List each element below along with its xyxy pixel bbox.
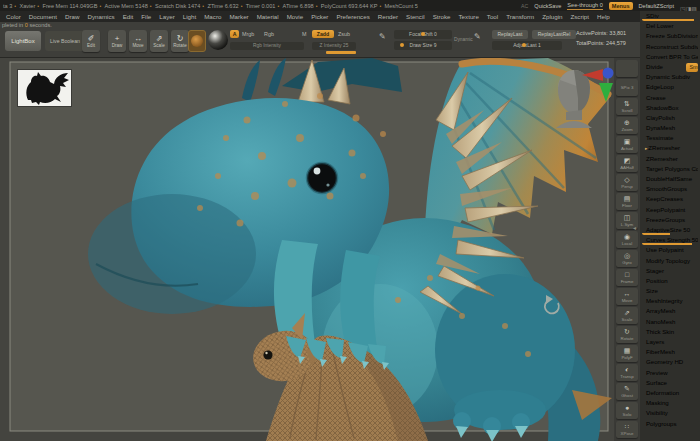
live-boolean-button[interactable]: Live Boolean bbox=[45, 31, 85, 51]
shelf-button[interactable]: ▦ PolyF bbox=[616, 345, 638, 362]
shelf-button[interactable]: ▣ Actual bbox=[616, 136, 638, 153]
reference-silhouette-thumbnail[interactable] bbox=[18, 70, 71, 106]
panel-row[interactable]: Geometry HD bbox=[642, 358, 698, 367]
m-button[interactable]: M bbox=[302, 30, 307, 38]
shelf-button[interactable]: ∷ XPose bbox=[616, 421, 638, 438]
rgb-button[interactable]: Rgb bbox=[264, 30, 274, 38]
panel-row[interactable]: Del Lower bbox=[642, 22, 698, 31]
z-intensity-slider[interactable]: Z Intensity 25 bbox=[312, 42, 356, 50]
a-toggle[interactable]: A bbox=[230, 30, 239, 38]
current-brush-thumbnail[interactable] bbox=[188, 30, 206, 52]
menu-item[interactable]: Light bbox=[179, 13, 200, 20]
panel-row[interactable]: Surface bbox=[642, 379, 698, 388]
panel-row[interactable]: Tessimate bbox=[642, 134, 698, 143]
panel-row[interactable]: Layers bbox=[642, 338, 698, 347]
shelf-button[interactable]: ⊕ Zoom bbox=[616, 117, 638, 134]
zsub-button[interactable]: Zsub bbox=[338, 30, 350, 38]
default-zscript-button[interactable]: DefaultZScript bbox=[639, 3, 674, 9]
current-material-sphere[interactable] bbox=[208, 30, 228, 50]
shelf-button[interactable]: ⇗ Scale bbox=[616, 307, 638, 324]
mode-button[interactable]: ⇗ Scale bbox=[150, 30, 168, 52]
panel-row[interactable]: Divide Smt bbox=[642, 63, 698, 72]
menu-item[interactable]: Movie bbox=[283, 13, 308, 20]
menu-item[interactable]: Marker bbox=[225, 13, 252, 20]
adjust-last-slider[interactable]: AdjustLast 1 bbox=[492, 41, 562, 50]
panel-row[interactable]: ▸ZRemesher bbox=[642, 144, 698, 153]
menu-item[interactable]: Dynamics bbox=[83, 13, 118, 20]
panel-row[interactable]: DynaMesh bbox=[642, 124, 698, 133]
panel-row[interactable]: Visibility bbox=[642, 409, 698, 418]
menu-item[interactable]: Edit bbox=[119, 13, 138, 20]
mode-button[interactable]: ↔ Move bbox=[129, 30, 147, 52]
shelf-button[interactable]: ◐ Transp bbox=[616, 364, 638, 381]
shelf-button[interactable]: SPix 3 bbox=[616, 79, 638, 96]
menu-item[interactable]: Render bbox=[374, 13, 402, 20]
panel-row[interactable]: Stager bbox=[642, 267, 698, 276]
draw-size-slider[interactable]: Draw Size 9 bbox=[394, 41, 452, 50]
panel-row[interactable]: Size bbox=[642, 287, 698, 296]
panel-row[interactable]: MeshIntegrity bbox=[642, 297, 698, 306]
shelf-button[interactable]: ↔ Move bbox=[616, 288, 638, 305]
shelf-button[interactable]: ▤ Floor bbox=[616, 193, 638, 210]
shelf-button[interactable]: ↻ Rotate bbox=[616, 326, 638, 343]
panel-row[interactable]: Convert BPR To Geo bbox=[642, 53, 698, 62]
panel-row[interactable]: Target Polygons Count bbox=[642, 165, 698, 174]
panel-row[interactable]: NanoMesh bbox=[642, 318, 698, 327]
panel-row[interactable]: Crease bbox=[642, 94, 698, 103]
panel-row[interactable]: ArrayMesh bbox=[642, 307, 698, 316]
panel-row[interactable]: Dynamic Subdiv bbox=[642, 73, 698, 82]
panel-row[interactable]: Modify Topology bbox=[642, 257, 698, 266]
panel-row[interactable]: SmoothGroups bbox=[642, 185, 698, 194]
shelf-button[interactable]: ● Solo bbox=[616, 402, 638, 419]
panel-row[interactable]: AdaptiveSize 50 bbox=[642, 226, 698, 235]
panel-row[interactable]: ZRemesher bbox=[642, 155, 698, 164]
menu-item[interactable]: Layer bbox=[155, 13, 178, 20]
panel-row[interactable]: Masking bbox=[642, 399, 698, 408]
menu-item[interactable]: Transform bbox=[502, 13, 538, 20]
shelf-button[interactable] bbox=[616, 60, 638, 77]
menu-item[interactable]: Macro bbox=[200, 13, 225, 20]
panel-row[interactable]: Deformation bbox=[642, 389, 698, 398]
shelf-button[interactable]: ⇅ Scroll bbox=[616, 98, 638, 115]
menu-item[interactable]: Document bbox=[25, 13, 61, 20]
panel-row[interactable]: Reconstruct Subdiv bbox=[642, 43, 698, 52]
shelf-button[interactable]: ✎ Ghost bbox=[616, 383, 638, 400]
mrgb-button[interactable]: Mrgb bbox=[242, 30, 254, 38]
panel-row[interactable]: ClayPolish bbox=[642, 114, 698, 123]
menu-item[interactable]: Help bbox=[593, 13, 614, 20]
panel-row[interactable]: DoubleHalfSame bbox=[642, 175, 698, 184]
focal-shift-slider[interactable]: Focal Shift 0 bbox=[394, 30, 452, 39]
dynamic-mode-label[interactable]: Dynamic bbox=[454, 36, 473, 44]
panel-row[interactable]: Position bbox=[642, 277, 698, 286]
shelf-button[interactable]: ◩ AAHalf bbox=[616, 155, 638, 172]
panel-row[interactable]: SDiv bbox=[642, 12, 698, 21]
panel-row[interactable]: KeepCreases bbox=[642, 195, 698, 204]
panel-row[interactable]: EdgeLoop bbox=[642, 83, 698, 92]
panel-divider-handle[interactable]: ◂ bbox=[633, 224, 636, 231]
menu-item[interactable]: Texture bbox=[455, 13, 483, 20]
replay-last-rel-button[interactable]: ReplayLastRel bbox=[532, 30, 576, 39]
menu-item[interactable]: Zplugin bbox=[538, 13, 566, 20]
panel-row[interactable]: FreezeGroups bbox=[642, 216, 698, 225]
menu-item[interactable]: Color bbox=[2, 13, 25, 20]
shelf-button[interactable]: ◎ Gyro bbox=[616, 250, 638, 267]
panel-row[interactable]: Use Polypaint bbox=[642, 246, 698, 255]
panel-row[interactable]: Thick Skin bbox=[642, 328, 698, 337]
lightbox-button[interactable]: LightBox bbox=[5, 31, 41, 51]
mode-button[interactable]: ✐ Edit bbox=[82, 30, 100, 52]
mode-button[interactable]: ↻ Rotate bbox=[171, 30, 189, 52]
smt-toggle[interactable]: Smt bbox=[686, 63, 698, 72]
mode-button[interactable]: + Draw bbox=[108, 30, 126, 52]
menu-item[interactable]: Draw bbox=[61, 13, 83, 20]
shelf-button[interactable]: □ Frame bbox=[616, 269, 638, 286]
replay-last-button[interactable]: ReplayLast bbox=[492, 30, 528, 39]
menu-item[interactable]: Tool bbox=[483, 13, 502, 20]
menu-item[interactable]: Stroke bbox=[429, 13, 455, 20]
panel-row[interactable]: ShadowBox bbox=[642, 104, 698, 113]
menus-button[interactable]: Menus bbox=[609, 2, 633, 10]
zadd-button[interactable]: Zadd bbox=[312, 30, 334, 38]
menu-item[interactable]: File bbox=[137, 13, 155, 20]
see-through-slider[interactable]: See-through 0 bbox=[567, 2, 602, 10]
panel-row[interactable]: Preview bbox=[642, 369, 698, 378]
rgb-intensity-slider[interactable]: Rgb Intensity bbox=[230, 42, 304, 50]
